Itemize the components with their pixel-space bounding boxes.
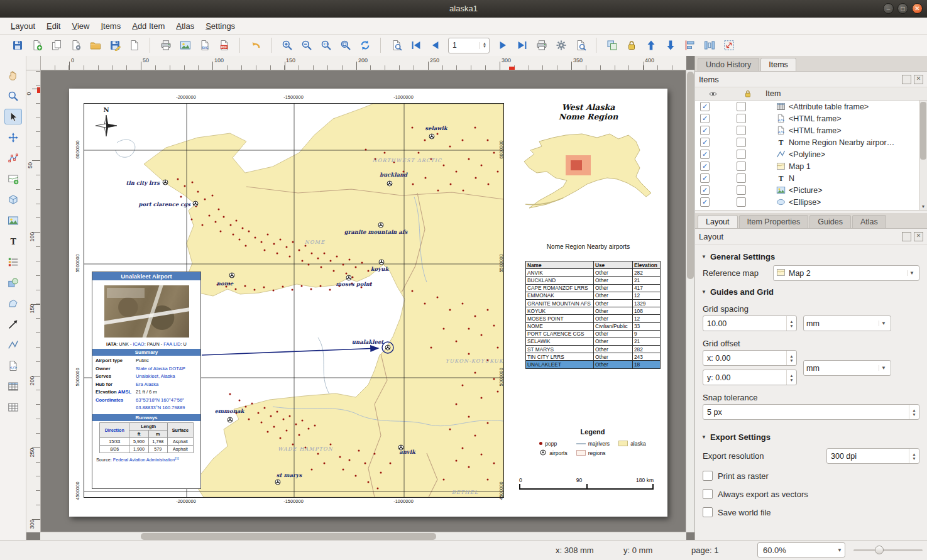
canvas-vertical-scrollbar[interactable] (686, 70, 694, 532)
group-items-button[interactable] (603, 37, 620, 54)
menu-layout[interactable]: Layout (5, 19, 41, 33)
items-panel-row[interactable]: ✓<Ellipse> (695, 196, 927, 208)
duplicate-layout-button[interactable] (48, 37, 65, 54)
atlas-feature-number-input[interactable]: 1▲▼ (448, 38, 490, 53)
items-panel-row[interactable]: ✓<Attribute table frame> (695, 101, 927, 113)
zoom-slider[interactable] (853, 545, 923, 555)
item-lock-checkbox[interactable] (737, 197, 746, 207)
open-layout-button[interactable] (87, 37, 104, 54)
item-lock-checkbox[interactable] (737, 150, 746, 159)
atlas-settings-button[interactable] (552, 37, 569, 54)
select-move-item-tool-button[interactable] (4, 109, 22, 124)
overview-map-item[interactable] (517, 123, 658, 211)
dock-tab-items[interactable]: Items (760, 58, 796, 71)
preview-atlas-button[interactable] (388, 37, 405, 54)
align-items-button[interactable] (681, 37, 698, 54)
add-label-tool-button[interactable]: T (4, 233, 22, 249)
add-html-frame-tool-button[interactable]: </> (4, 358, 22, 373)
item-visibility-checkbox[interactable]: ✓ (700, 114, 710, 123)
zoom-out-button[interactable] (298, 37, 315, 54)
legend-item[interactable]: Legend poppairportsmajriversregionsalask… (527, 428, 659, 458)
close-panel-icon[interactable]: ✕ (914, 232, 923, 241)
horizontal-scrollbar-thumb[interactable] (141, 533, 436, 540)
item-lock-checkbox[interactable] (737, 126, 746, 135)
menu-view[interactable]: View (66, 19, 95, 33)
item-lock-checkbox[interactable] (737, 102, 746, 111)
general-settings-section[interactable]: ▼General Settings (701, 252, 921, 261)
zoom-full-button[interactable] (337, 37, 354, 54)
guides-grid-section[interactable]: ▼Guides and Grid (701, 287, 921, 297)
add-attribute-table-tool-button[interactable] (4, 378, 22, 394)
export-as-image-button[interactable] (177, 37, 194, 54)
zoom-tool-button[interactable] (4, 88, 22, 104)
zoom-actual-size-button[interactable]: 1:1 (317, 37, 334, 54)
checkbox-save-world-file[interactable]: Save world file (703, 506, 919, 519)
airport-infobox-item[interactable]: Unalakleet Airport IATA: UNK - ICAO: PAU… (92, 272, 201, 489)
add-fixed-table-tool-button[interactable] (4, 399, 22, 415)
export-as-pdf-button[interactable]: PDF (216, 37, 233, 54)
items-panel-row[interactable]: ✓</><HTML frame> (695, 113, 927, 124)
next-feature-button[interactable] (494, 37, 511, 54)
close-button[interactable]: ✕ (912, 3, 923, 14)
reference-map-combobox[interactable]: Map 2 ▼ (773, 265, 919, 281)
zoom-level-combobox[interactable]: 60.0%▼ (757, 542, 845, 557)
resize-items-button[interactable] (720, 37, 737, 54)
previous-feature-button[interactable] (427, 37, 444, 54)
map-title-item[interactable]: West Alaska Nome Region (538, 102, 639, 121)
export-as-svg-button[interactable]: SVG (196, 37, 213, 54)
item-visibility-checkbox[interactable]: ✓ (700, 150, 710, 159)
menu-atlas[interactable]: Atlas (170, 19, 200, 33)
item-visibility-checkbox[interactable]: ✓ (700, 185, 710, 195)
first-feature-button[interactable] (407, 37, 424, 54)
menu-add-item[interactable]: Add Item (126, 19, 170, 33)
add-polyline-tool-button[interactable] (4, 337, 22, 353)
item-visibility-checkbox[interactable]: ✓ (700, 173, 710, 183)
item-visibility-checkbox[interactable]: ✓ (700, 162, 710, 171)
items-panel-row[interactable]: ✓<Picture> (695, 184, 927, 196)
save-project-button[interactable] (9, 37, 26, 54)
add-map-tool-button[interactable] (4, 171, 22, 187)
scroll-down-arrow-icon[interactable]: ▼ (919, 203, 927, 210)
item-visibility-checkbox[interactable]: ✓ (700, 102, 710, 111)
undo-button[interactable] (247, 37, 264, 54)
lock-items-button[interactable] (623, 37, 640, 54)
tab-layout[interactable]: Layout (698, 215, 738, 228)
float-panel-icon[interactable] (902, 75, 911, 84)
items-panel-row[interactable]: ✓TN (695, 172, 927, 184)
menu-edit[interactable]: Edit (41, 19, 66, 33)
add-legend-tool-button[interactable] (4, 254, 22, 270)
layout-canvas[interactable]: NORTHWEST ARCTICNOMEYUKON-KOYUKUKWADE HA… (40, 70, 686, 532)
save-as-template-button[interactable] (106, 37, 123, 54)
move-item-content-tool-button[interactable] (4, 129, 22, 145)
layout-manager-button[interactable] (67, 37, 84, 54)
last-feature-button[interactable] (513, 37, 530, 54)
raise-items-button[interactable] (642, 37, 659, 54)
menu-settings[interactable]: Settings (200, 19, 241, 33)
items-list-scrollbar[interactable]: ▼ (919, 101, 927, 210)
print-layout-button[interactable] (157, 37, 174, 54)
canvas-horizontal-scrollbar[interactable] (40, 532, 686, 541)
checkbox-box[interactable] (703, 507, 713, 517)
airports-table-title[interactable]: Nome Region Nearby airports (509, 243, 667, 250)
zoom-in-button[interactable] (278, 37, 295, 54)
add-node-item-tool-button[interactable] (4, 295, 22, 311)
export-atlas-button[interactable] (572, 37, 589, 54)
print-atlas-button[interactable] (533, 37, 550, 54)
item-lock-checkbox[interactable] (737, 185, 746, 195)
checkbox-box[interactable] (703, 489, 713, 499)
dock-tab-undo-history[interactable]: Undo History (698, 58, 759, 71)
add-3d-map-tool-button[interactable] (4, 192, 22, 207)
tab-guides[interactable]: Guides (809, 215, 851, 228)
export-resolution-spinbox[interactable]: 300 dpi▲▼ (826, 448, 919, 464)
new-layout-button[interactable] (28, 37, 45, 54)
item-lock-checkbox[interactable] (737, 114, 746, 123)
items-panel-row[interactable]: ✓TNome Region Nearby airpor… (695, 136, 927, 148)
item-visibility-checkbox[interactable]: ✓ (700, 126, 710, 135)
pan-tool-button[interactable] (4, 67, 22, 83)
item-visibility-checkbox[interactable]: ✓ (700, 138, 710, 147)
tab-item-properties[interactable]: Item Properties (739, 215, 809, 228)
add-arrow-tool-button[interactable] (4, 316, 22, 332)
tab-atlas[interactable]: Atlas (852, 215, 886, 228)
scalebar-item[interactable]: 090180 km (519, 477, 654, 490)
export-settings-section[interactable]: ▼Export Settings (701, 432, 921, 442)
